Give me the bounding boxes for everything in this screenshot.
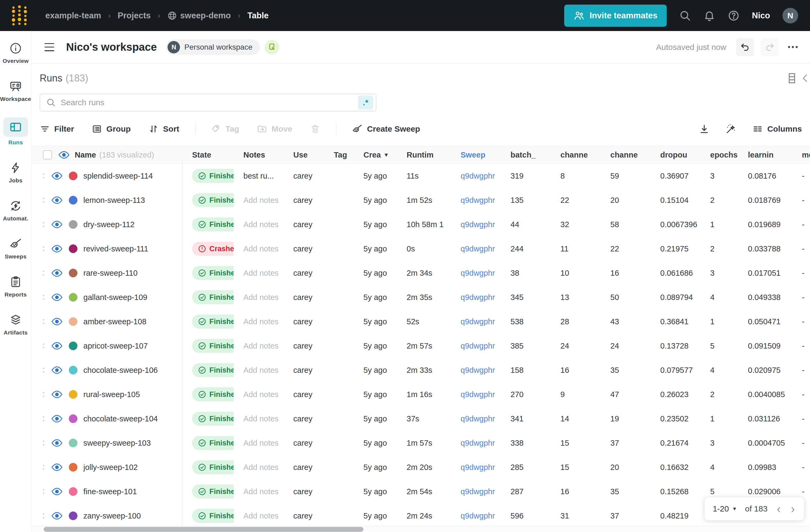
visibility-eye-icon[interactable] [51,172,63,180]
run-notes[interactable]: Add notes [234,358,284,382]
table-row[interactable]: apricot-sweep-107FinishedAdd notescarey5… [32,334,810,358]
drag-handle-icon[interactable] [43,391,45,398]
collapse-panel-chevron-icon[interactable] [802,73,808,84]
run-created[interactable]: 5y ago [354,455,397,479]
workspace-theme-button[interactable] [265,40,279,54]
run-name-link[interactable]: revived-sweep-111 [83,244,148,253]
sidebar-item-overview[interactable]: Overview [3,41,29,64]
run-name-link[interactable]: dry-sweep-112 [83,220,135,229]
run-sweep-link[interactable]: q9dwgphr [451,237,501,261]
run-notes[interactable]: best ru... [234,164,284,188]
column-header-metric[interactable]: me [792,146,810,163]
personal-workspace-badge[interactable]: N Personal workspace [166,39,260,55]
tag-button[interactable]: Tag [211,124,239,134]
run-sweep-link[interactable]: q9dwgphr [451,406,501,431]
visibility-eye-icon[interactable] [51,487,63,496]
run-created[interactable]: 5y ago [354,358,397,382]
run-name-link[interactable]: apricot-sweep-107 [83,341,148,351]
visibility-eye-icon[interactable] [51,269,63,277]
select-all-checkbox[interactable] [43,150,52,159]
next-page-button[interactable]: › [790,503,796,515]
drag-handle-icon[interactable] [43,270,45,276]
visibility-eye-icon[interactable] [51,196,63,204]
prev-page-button[interactable]: ‹ [776,503,782,515]
visibility-eye-icon[interactable] [51,342,63,350]
move-button[interactable]: Move [257,124,292,134]
run-sweep-link[interactable]: q9dwgphr [451,504,501,528]
visibility-eye-icon[interactable] [51,439,63,447]
drag-handle-icon[interactable] [43,221,45,228]
run-created[interactable]: 5y ago [354,237,397,261]
run-sweep-link[interactable]: q9dwgphr [451,358,501,382]
run-created[interactable]: 5y ago [354,188,397,212]
run-sweep-link[interactable]: q9dwgphr [451,212,501,237]
column-header-user[interactable]: Use [284,146,324,163]
column-header-name[interactable]: Name [75,150,96,159]
sidebar-item-sweeps[interactable]: Sweeps [5,237,27,260]
column-header-created[interactable]: Crea▼ [354,146,397,163]
wandb-logo-icon[interactable] [11,5,29,27]
visibility-eye-icon[interactable] [59,151,70,159]
drag-handle-icon[interactable] [43,512,45,519]
export-download-button[interactable] [699,124,710,134]
run-created[interactable]: 5y ago [354,431,397,455]
column-header-dropout[interactable]: dropou [650,146,700,163]
table-row[interactable]: jolly-sweep-102FinishedAdd notescarey5y … [32,455,810,479]
drag-handle-icon[interactable] [43,342,45,349]
run-name-link[interactable]: amber-sweep-108 [83,317,146,326]
visibility-eye-icon[interactable] [51,293,63,301]
column-header-sweep[interactable]: Sweep [451,146,501,163]
column-header-learning-rate[interactable]: learnin [738,146,792,163]
run-notes[interactable]: Add notes [234,261,284,285]
table-row[interactable]: rare-sweep-110FinishedAdd notescarey5y a… [32,261,810,285]
table-row[interactable]: amber-sweep-108FinishedAdd notescarey5y … [32,309,810,334]
notifications-bell-icon[interactable] [703,10,715,21]
run-name-link[interactable]: zany-sweep-100 [83,512,141,520]
visibility-eye-icon[interactable] [51,245,63,253]
table-row[interactable]: revived-sweep-111CrashedAdd notescarey5y… [32,237,810,261]
breadcrumb-page[interactable]: Table [247,11,269,20]
run-created[interactable]: 5y ago [354,382,397,406]
run-notes[interactable]: Add notes [234,309,284,334]
run-sweep-link[interactable]: q9dwgphr [451,431,501,455]
visibility-eye-icon[interactable] [51,512,63,520]
column-header-batch-size[interactable]: batch_ [501,146,551,163]
table-row[interactable]: lemon-sweep-113FinishedAdd notescarey5y … [32,188,810,212]
breadcrumb-projects[interactable]: Projects [118,11,150,20]
run-sweep-link[interactable]: q9dwgphr [451,164,501,188]
delete-button[interactable] [310,124,320,134]
breadcrumb-project[interactable]: sweep-demo [180,11,231,20]
column-header-runtime[interactable]: Runtim [397,146,451,163]
table-row[interactable]: splendid-sweep-114Finishedbest ru...care… [32,164,810,188]
run-created[interactable]: 5y ago [354,504,397,528]
run-created[interactable]: 5y ago [354,261,397,285]
page-range-dropdown[interactable]: 1-20▼ [713,504,737,513]
visibility-eye-icon[interactable] [51,366,63,374]
user-avatar[interactable]: N [782,8,798,23]
column-header-tags[interactable]: Tag [324,146,354,163]
run-notes[interactable]: Add notes [234,382,284,406]
scrollbar-thumb[interactable] [44,527,363,532]
drag-handle-icon[interactable] [43,294,45,301]
undo-button[interactable] [736,38,754,56]
run-sweep-link[interactable]: q9dwgphr [451,285,501,309]
visibility-eye-icon[interactable] [51,390,63,399]
column-header-channels-two[interactable]: channe [601,146,650,163]
breadcrumb-team[interactable]: example-team [45,11,101,20]
run-notes[interactable]: Add notes [234,431,284,455]
sidebar-item-reports[interactable]: Reports [4,275,27,298]
drag-handle-icon[interactable] [43,439,45,447]
table-row[interactable]: chocolate-sweep-106FinishedAdd notescare… [32,358,810,382]
table-row[interactable]: chocolate-sweep-104FinishedAdd notescare… [32,406,810,431]
visibility-eye-icon[interactable] [51,415,63,423]
run-sweep-link[interactable]: q9dwgphr [451,455,501,479]
drag-handle-icon[interactable] [43,245,45,252]
column-header-channels-one[interactable]: channe [551,146,601,163]
drag-handle-icon[interactable] [43,318,45,325]
user-name[interactable]: Nico [752,11,770,20]
drag-handle-icon[interactable] [43,464,45,471]
drag-handle-icon[interactable] [43,197,45,204]
table-row[interactable]: dry-sweep-112FinishedAdd notescarey5y ag… [32,212,810,237]
column-header-epochs[interactable]: epochs [700,146,738,163]
run-created[interactable]: 5y ago [354,334,397,358]
